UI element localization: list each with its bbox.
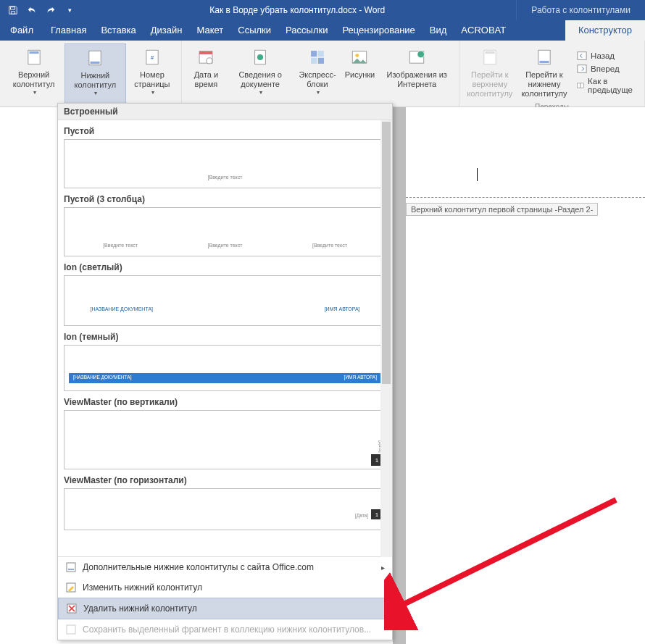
tab-design[interactable]: Дизайн	[143, 20, 190, 41]
svg-point-18	[417, 51, 425, 58]
datetime-label: Дата и время	[189, 70, 222, 89]
goto-footer-button[interactable]: Перейти к нижнему колонтитулу	[517, 43, 571, 101]
doc-content[interactable]: Верхний колонтитул первой страницы -Разд…	[406, 125, 645, 181]
tab-review[interactable]: Рецензирование	[335, 20, 422, 41]
footer-label: Нижний колонтитул	[70, 71, 121, 90]
nav-forward[interactable]: Вперед	[577, 64, 636, 74]
svg-rect-28	[68, 569, 74, 570]
header-label: Верхний колонтитул	[7, 70, 60, 89]
svg-rect-22	[539, 61, 549, 63]
gallery-preview-blank[interactable]: [Введите текст	[64, 139, 386, 188]
edit-icon	[65, 582, 77, 593]
gallery-preview-vm-vertical[interactable]: [Дата] 1	[64, 410, 386, 469]
tab-mailings[interactable]: Рассылки	[278, 20, 335, 41]
save-icon[interactable]	[4, 1, 22, 19]
svg-rect-24	[578, 65, 586, 73]
svg-rect-13	[311, 58, 317, 64]
header-boundary	[406, 197, 645, 198]
gallery-preview-blank3[interactable]: [Введите текст [Введите текст [Введите т…	[64, 207, 386, 256]
redo-icon[interactable]	[42, 1, 59, 19]
qat-customize-icon[interactable]: ▾	[61, 1, 78, 19]
tab-layout[interactable]: Макет	[189, 20, 230, 41]
placeholder-text: [Введите текст	[208, 175, 243, 180]
svg-rect-31	[67, 625, 75, 634]
pagenum-label: Номер страницы	[130, 70, 175, 89]
datetime-button[interactable]: Дата и время	[185, 43, 227, 105]
nav-links: Назад Вперед Как в предыдуще	[571, 45, 641, 100]
gallery-item-title: Пустой	[64, 120, 386, 139]
tab-view[interactable]: Вид	[423, 20, 454, 41]
gallery-preview-ion-dark[interactable]: [НАЗВАНИЕ ДОКУМЕНТА] [ИМЯ АВТОРА]	[64, 345, 386, 391]
tab-insert[interactable]: Вставка	[93, 20, 143, 41]
gallery-preview-ion-light[interactable]: [НАЗВАНИЕ ДОКУМЕНТА] [ИМЯ АВТОРА]	[64, 275, 386, 326]
tab-acrobat[interactable]: ACROBAT	[454, 20, 513, 41]
tab-designer[interactable]: Конструктор	[565, 20, 645, 41]
pictures-label: Рисунки	[345, 70, 375, 80]
svg-rect-25	[578, 83, 580, 88]
tab-references[interactable]: Ссылки	[230, 20, 278, 41]
action-edit-footer[interactable]: Изменить нижний колонтитул	[58, 577, 392, 598]
placeholder-text: [НАЗВАНИЕ ДОКУМЕНТА]	[73, 375, 131, 380]
gallery-preview-vm-horizontal[interactable]: [Дата] 1	[64, 488, 386, 530]
action-save-label: Сохранить выделенный фрагмент в коллекци…	[83, 624, 371, 635]
nav-asprev[interactable]: Как в предыдуще	[577, 77, 636, 94]
action-more-label: Дополнительные нижние колонтитулы с сайт…	[83, 562, 314, 572]
remove-icon	[66, 603, 78, 614]
svg-rect-11	[311, 51, 317, 57]
header-button[interactable]: Верхний колонтитул▾	[3, 43, 64, 105]
gallery-scrollbar[interactable]	[380, 120, 392, 557]
doc-margin	[393, 107, 406, 644]
save-to-gallery-icon	[65, 624, 77, 635]
gallery-header: Встроенный	[58, 104, 392, 120]
placeholder-text: [НАЗВАНИЕ ДОКУМЕНТА]	[90, 306, 153, 311]
onlinepics-label: Изображения из Интернета	[382, 70, 452, 89]
quickparts-button[interactable]: Экспресс-блоки▾	[294, 43, 342, 105]
header-section-tag: Верхний колонтитул первой страницы -Разд…	[406, 203, 598, 216]
header-icon	[22, 46, 46, 69]
goto-header-button: Перейти к верхнему колонтитулу	[462, 43, 517, 101]
svg-point-16	[356, 54, 359, 57]
context-tools-label: Работа с колонтитулами	[516, 0, 645, 20]
tab-home[interactable]: Главная	[43, 20, 93, 41]
action-remove-label: Удалить нижний колонтитул	[83, 603, 197, 614]
ion-bar: [НАЗВАНИЕ ДОКУМЕНТА] [ИМЯ АВТОРА]	[69, 373, 381, 383]
svg-rect-12	[318, 51, 324, 57]
ribbon-tabs: Файл Главная Вставка Дизайн Макет Ссылки…	[0, 20, 645, 41]
goto-footer-label: Перейти к нижнему колонтитулу	[521, 70, 567, 99]
file-tab[interactable]: Файл	[0, 20, 43, 41]
page-number-button[interactable]: # Номер страницы▾	[126, 43, 179, 105]
online-pictures-button[interactable]: Изображения из Интернета	[378, 43, 456, 105]
svg-rect-14	[318, 58, 324, 64]
office-icon	[65, 561, 77, 573]
footer-button[interactable]: Нижний колонтитул▾	[64, 43, 126, 105]
gallery-item-title: ViewMaster (по вертикали)	[64, 391, 386, 410]
svg-rect-26	[580, 83, 583, 88]
goto-header-label: Перейти к верхнему колонтитулу	[467, 70, 513, 99]
footer-icon	[83, 46, 107, 70]
footer-gallery-dropdown: Встроенный Пустой [Введите текст Пустой …	[57, 103, 393, 640]
placeholder-text: [ИМЯ АВТОРА]	[325, 306, 360, 311]
docinfo-icon	[249, 46, 272, 69]
ribbon-group-insert: Дата и время Сведения о документе▾ Экспр…	[182, 41, 459, 106]
window-title: Как в Ворде убрать колонтитул.docx - Wor…	[78, 5, 516, 15]
action-more-from-office[interactable]: Дополнительные нижние колонтитулы с сайт…	[58, 557, 392, 577]
gallery-footer: Дополнительные нижние колонтитулы с сайт…	[58, 556, 392, 640]
docinfo-label: Сведения о документе	[232, 70, 289, 89]
placeholder-date: [Дата]	[355, 513, 368, 518]
action-edit-label: Изменить нижний колонтитул	[83, 582, 202, 593]
gallery-item-title: Пустой (3 столбца)	[64, 188, 386, 207]
docinfo-button[interactable]: Сведения о документе▾	[228, 43, 294, 105]
nav-back[interactable]: Назад	[577, 51, 636, 61]
action-remove-footer[interactable]: Удалить нижний колонтитул	[58, 598, 392, 619]
ribbon: Верхний колонтитул▾ Нижний колонтитул▾ #…	[0, 41, 645, 107]
gallery-scroll[interactable]: Пустой [Введите текст Пустой (3 столбца)…	[58, 120, 392, 556]
undo-icon[interactable]	[23, 1, 41, 19]
chevron-right-icon: ▸	[381, 564, 385, 572]
svg-text:#: #	[151, 54, 154, 61]
goto-footer-icon	[533, 46, 556, 69]
svg-rect-23	[578, 52, 586, 60]
scrollbar-thumb[interactable]	[382, 122, 391, 384]
quickparts-label: Экспресс-блоки	[298, 70, 338, 89]
gallery-item-title: ViewMaster (по горизонтали)	[64, 469, 386, 488]
pictures-button[interactable]: Рисунки	[341, 43, 378, 105]
